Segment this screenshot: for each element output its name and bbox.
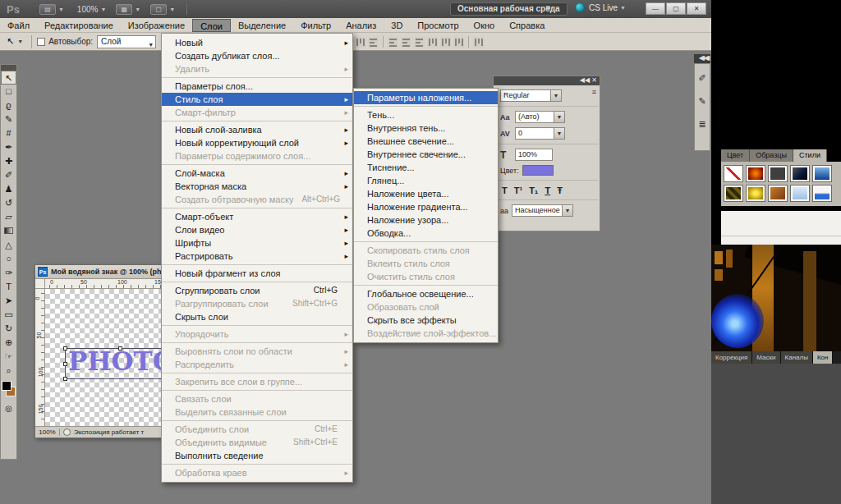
brush-tool[interactable]: ✐ (1, 168, 16, 182)
hand-tool[interactable]: ☞ (1, 350, 16, 364)
close-button[interactable]: ✕ (687, 2, 706, 15)
auto-align-layers-icon[interactable] (473, 37, 484, 48)
screen-mode-icon[interactable]: ▢ (150, 4, 167, 15)
chevron-down-icon[interactable]: ▼ (100, 7, 106, 12)
text-color-swatch[interactable] (522, 165, 554, 176)
layers-menu-item[interactable]: Слой-маска (162, 167, 352, 180)
tab-adjustments[interactable]: Коррекция (711, 351, 752, 364)
tracking-field[interactable]: 0 (515, 127, 554, 140)
tab-styles[interactable]: Стили (793, 149, 827, 162)
document-zoom-field[interactable]: 100% (35, 428, 60, 436)
layers-menu-item[interactable]: Создать обтравочную маскуAlt+Ctrl+G (162, 193, 352, 206)
style-swatch[interactable] (790, 185, 810, 202)
eraser-tool[interactable]: ▱ (1, 210, 16, 224)
autoselect-checkbox[interactable] (37, 38, 45, 46)
antialias-dropdown[interactable]: Насыщенное (512, 204, 563, 217)
chevron-down-icon[interactable]: ▼ (135, 7, 140, 12)
chevron-down-icon[interactable]: ▼ (58, 7, 64, 12)
gradient-tool[interactable] (1, 224, 16, 238)
cs-live-button[interactable]: CS Live ▼ (575, 2, 627, 12)
status-icon[interactable] (63, 428, 71, 436)
dodge-tool[interactable]: ○ (1, 252, 16, 266)
restore-button[interactable]: ▢ (666, 2, 686, 15)
path-selection-tool[interactable]: ➤ (1, 294, 16, 308)
style-swatch[interactable] (746, 185, 765, 202)
layers-menu-item[interactable]: Слои видео (162, 223, 352, 236)
layers-menu-item[interactable]: Шрифты (162, 236, 352, 250)
style-swatch[interactable] (790, 165, 810, 182)
layers-menu-item[interactable]: Связать слои (162, 392, 352, 405)
style-swatch[interactable] (768, 185, 788, 202)
underline-button[interactable]: T (545, 186, 550, 195)
ruler-origin[interactable] (35, 279, 45, 289)
chevron-down-icon[interactable]: ▼ (563, 204, 573, 217)
submenu-item[interactable]: Внутренняя тень... (354, 121, 498, 135)
menu-edit[interactable]: Редактирование (37, 19, 121, 32)
3d-orbit-tool[interactable]: ⊕ (1, 336, 16, 350)
chevron-down-icon[interactable]: ▼ (169, 7, 175, 12)
chevron-down-icon[interactable]: ▼ (554, 127, 565, 140)
collapse-panels-icon[interactable]: ◀◀ (700, 54, 710, 62)
quick-selection-tool[interactable]: ✎ (1, 112, 16, 126)
layers-menu-item[interactable]: Обработка краев (162, 466, 352, 479)
align-vertical-centers-icon[interactable] (401, 37, 411, 48)
align-top-edges-icon[interactable] (388, 37, 398, 48)
layers-menu-item[interactable]: Закрепить все слои в группе... (162, 375, 352, 388)
menu-3d[interactable]: 3D (384, 19, 410, 32)
submenu-item[interactable]: Глобальное освещение... (354, 287, 498, 300)
workspace-overflow-button[interactable]: » (545, 2, 551, 13)
chevron-down-icon[interactable]: ▼ (554, 111, 565, 123)
tab-masks[interactable]: Маски (752, 351, 780, 364)
clone-source-panel-icon[interactable]: ≣ (695, 115, 710, 133)
rectangular-marquee-tool[interactable]: □ (1, 85, 16, 99)
layers-menu-item[interactable]: Распределить (162, 358, 352, 371)
mini-bridge-icon[interactable]: ▤ (39, 4, 56, 15)
distribute-icon-2[interactable] (368, 37, 379, 48)
selection-handle[interactable] (118, 346, 122, 351)
layers-menu-item[interactable]: Скрыть слои (162, 310, 352, 323)
submenu-item[interactable]: Внутреннее свечение... (354, 148, 498, 161)
layers-menu-item-layer-style[interactable]: Стиль слоя (162, 93, 352, 106)
layers-menu-item[interactable]: Смарт-объект (162, 210, 352, 223)
3d-rotate-tool[interactable]: ↻ (1, 322, 16, 336)
tab-channels[interactable]: Каналы (781, 351, 813, 364)
menu-view[interactable]: Просмотр (410, 19, 466, 32)
menu-filter[interactable]: Фильтр (293, 19, 338, 32)
style-swatch[interactable] (768, 165, 788, 182)
healing-brush-tool[interactable]: ✚ (1, 154, 16, 168)
layers-menu-item[interactable]: Упорядочить (162, 328, 352, 341)
chevron-down-icon[interactable]: ▼ (551, 89, 562, 102)
tab-contours[interactable]: Кон (813, 351, 834, 364)
submenu-item[interactable]: Тень... (354, 108, 498, 121)
layers-menu-item[interactable]: Векторная маска (162, 180, 352, 193)
strikethrough-button[interactable]: Ŧ (557, 186, 563, 195)
clone-stamp-tool[interactable]: ♟ (1, 182, 16, 196)
text-layer-bounding-box[interactable]: PHOTO (65, 348, 168, 379)
submenu-item[interactable]: Образовать слой (354, 300, 498, 314)
align-bottom-edges-icon[interactable] (414, 37, 425, 48)
submenu-item[interactable]: Наложение узора... (354, 213, 498, 227)
layers-menu-item[interactable]: Разгруппировать слоиShift+Ctrl+G (162, 297, 352, 310)
move-tool[interactable]: ↖ (1, 71, 16, 85)
faux-bold-button[interactable]: T (502, 186, 508, 195)
font-style-field[interactable]: Regular (500, 89, 551, 102)
selection-handle[interactable] (63, 377, 67, 381)
layers-menu-item[interactable]: Новый слой-заливка (162, 123, 352, 136)
pen-tool[interactable]: ✑ (1, 266, 16, 280)
blur-tool[interactable]: △ (1, 238, 16, 252)
panel-collapse-close[interactable]: ◀◀ ✕ (494, 76, 600, 85)
eyedropper-tool[interactable]: ✒ (1, 140, 16, 154)
distribute-icon-1[interactable] (355, 37, 365, 48)
submenu-item[interactable]: Очистить стиль слоя (354, 270, 498, 283)
crop-tool[interactable]: # (1, 126, 16, 140)
layers-menu-item[interactable]: Выделить связанные слои (162, 405, 352, 419)
document-canvas[interactable]: PHOTO (45, 289, 168, 426)
document-title-bar[interactable]: Ps Мой водяной знак @ 100% (ph (35, 265, 168, 279)
menu-help[interactable]: Справка (502, 19, 552, 32)
menu-layers[interactable]: Слои (192, 19, 231, 32)
style-swatch[interactable] (746, 165, 765, 182)
menu-select[interactable]: Выделение (231, 19, 293, 32)
submenu-item[interactable]: Скопировать стиль слоя (354, 244, 498, 257)
subscript-button[interactable]: T₁ (529, 186, 538, 195)
history-brush-tool[interactable]: ↺ (1, 196, 16, 210)
